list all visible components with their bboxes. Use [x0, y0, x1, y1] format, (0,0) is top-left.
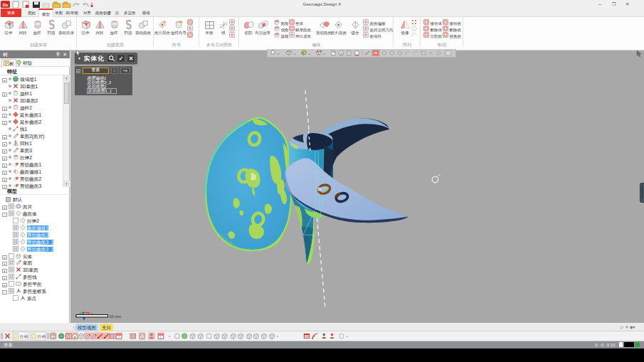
svg-text:10 mm: 10 mm: [110, 314, 122, 319]
svg-text:Dx: Dx: [3, 3, 9, 7]
